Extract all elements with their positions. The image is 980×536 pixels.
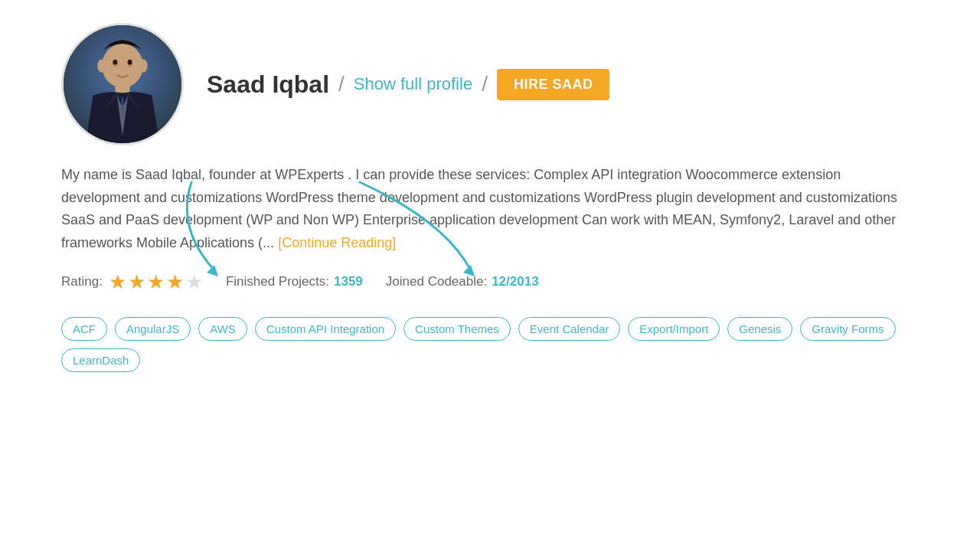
show-full-profile-link[interactable]: Show full profile: [354, 74, 472, 94]
star-5: ★: [185, 270, 203, 294]
profile-header: Saad Iqbal / Show full profile / HIRE SA…: [61, 23, 919, 145]
rating-section: Rating: ★ ★ ★ ★ ★: [61, 270, 203, 294]
continue-reading-link[interactable]: [Continue Reading]: [278, 235, 396, 250]
finished-projects-label: Finished Projects:: [226, 274, 329, 289]
avatar: [61, 23, 184, 145]
tag-item[interactable]: Event Calendar: [518, 317, 620, 341]
svg-point-4: [139, 59, 148, 72]
star-1: ★: [109, 270, 126, 294]
star-2: ★: [128, 270, 145, 294]
profile-name: Saad Iqbal: [207, 70, 329, 99]
avatar-image: [64, 25, 181, 143]
bio-text: My name is Saad Iqbal, founder at WPExpe…: [61, 167, 897, 250]
separator-1: /: [338, 72, 345, 96]
svg-point-3: [97, 59, 106, 72]
separator-2: /: [482, 72, 488, 96]
joined-label: Joined Codeable:: [386, 274, 487, 289]
star-3: ★: [147, 270, 165, 294]
hire-button[interactable]: HIRE SAAD: [497, 69, 610, 100]
tags-container: ACFAngularJSAWSCustom API IntegrationCus…: [61, 317, 919, 372]
svg-marker-9: [207, 265, 218, 276]
svg-point-7: [113, 60, 117, 65]
profile-stats: Rating: ★ ★ ★ ★ ★ Finished Projects: 135…: [61, 270, 919, 294]
tag-item[interactable]: LearnDash: [61, 348, 140, 372]
tag-item[interactable]: Gravity Forms: [800, 317, 895, 341]
tag-item[interactable]: Custom API Integration: [255, 317, 396, 341]
svg-point-1: [102, 44, 143, 88]
joined-codeable-stat: Joined Codeable: 12/2013: [386, 274, 539, 289]
stars: ★ ★ ★ ★ ★: [109, 270, 203, 294]
finished-projects-value: 1359: [334, 274, 363, 289]
joined-value: 12/2013: [492, 274, 538, 289]
profile-title-area: Saad Iqbal / Show full profile / HIRE SA…: [207, 69, 609, 100]
tag-item[interactable]: Genesis: [727, 317, 792, 341]
tag-item[interactable]: AWS: [198, 317, 247, 341]
svg-point-8: [128, 60, 132, 65]
profile-name-row: Saad Iqbal / Show full profile / HIRE SA…: [207, 69, 609, 100]
tag-item[interactable]: Custom Themes: [403, 317, 511, 341]
profile-card: Saad Iqbal / Show full profile / HIRE SA…: [61, 23, 919, 372]
rating-label: Rating:: [61, 274, 103, 289]
tag-item[interactable]: ACF: [61, 317, 107, 341]
tag-item[interactable]: Export/Import: [628, 317, 720, 341]
star-4: ★: [166, 270, 184, 294]
tag-item[interactable]: AngularJS: [115, 317, 191, 341]
finished-projects-stat: Finished Projects: 1359: [226, 274, 363, 289]
profile-bio: My name is Saad Iqbal, founder at WPExpe…: [61, 164, 919, 255]
